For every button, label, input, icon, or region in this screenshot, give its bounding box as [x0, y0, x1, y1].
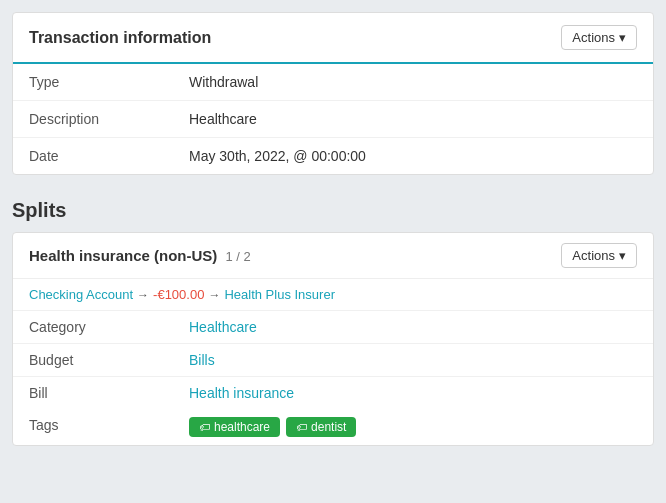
split-info-row: Budget Bills: [13, 344, 653, 377]
split-row-label: Category: [29, 319, 189, 335]
tags-row: Tags 🏷healthcare🏷dentist: [13, 409, 653, 445]
transaction-card-title: Transaction information: [29, 29, 211, 47]
split-info-row: Category Healthcare: [13, 311, 653, 344]
split-counter: 1 / 2: [226, 249, 251, 264]
split-card: Health insurance (non-US) 1 / 2 Actions …: [12, 232, 654, 446]
transaction-row-value: Withdrawal: [189, 74, 258, 90]
chevron-down-icon: ▾: [619, 248, 626, 263]
transaction-row: Date May 30th, 2022, @ 00:00:00: [13, 138, 653, 174]
splits-heading: Splits: [12, 191, 654, 232]
arrow1: →: [137, 288, 149, 302]
split-actions-button[interactable]: Actions ▾: [561, 243, 637, 268]
to-account-link[interactable]: Health Plus Insurer: [224, 287, 335, 302]
split-row-link[interactable]: Healthcare: [189, 319, 257, 335]
tags-label: Tags: [29, 417, 189, 433]
tag-icon: 🏷: [199, 421, 210, 433]
transaction-card: Transaction information Actions ▾ Type W…: [12, 12, 654, 175]
split-info-row: Bill Health insurance: [13, 377, 653, 409]
page-container: Transaction information Actions ▾ Type W…: [0, 0, 666, 458]
transaction-card-body: Type Withdrawal Description Healthcare D…: [13, 64, 653, 174]
transaction-row-label: Date: [29, 148, 189, 164]
split-row-label: Budget: [29, 352, 189, 368]
transaction-row-label: Type: [29, 74, 189, 90]
tag-label: healthcare: [214, 420, 270, 434]
tag-label: dentist: [311, 420, 346, 434]
split-row-link[interactable]: Health insurance: [189, 385, 294, 401]
splits-section: Splits Health insurance (non-US) 1 / 2 A…: [12, 191, 654, 446]
tag[interactable]: 🏷healthcare: [189, 417, 280, 437]
transaction-row-value: Healthcare: [189, 111, 257, 127]
arrow2: →: [208, 288, 220, 302]
transaction-actions-label: Actions: [572, 30, 615, 45]
split-rows-container: Category Healthcare Budget Bills Bill He…: [13, 311, 653, 409]
transaction-card-header: Transaction information Actions ▾: [13, 13, 653, 64]
transaction-actions-button[interactable]: Actions ▾: [561, 25, 637, 50]
split-flow: Checking Account → -€100.00 → Health Plu…: [13, 279, 653, 311]
tag[interactable]: 🏷dentist: [286, 417, 356, 437]
transaction-row: Type Withdrawal: [13, 64, 653, 101]
transaction-row: Description Healthcare: [13, 101, 653, 138]
transaction-row-label: Description: [29, 111, 189, 127]
tags-container: 🏷healthcare🏷dentist: [189, 417, 362, 437]
split-card-header: Health insurance (non-US) 1 / 2 Actions …: [13, 233, 653, 279]
split-card-title: Health insurance (non-US) 1 / 2: [29, 247, 251, 264]
chevron-down-icon: ▾: [619, 30, 626, 45]
from-account-link[interactable]: Checking Account: [29, 287, 133, 302]
transaction-row-value: May 30th, 2022, @ 00:00:00: [189, 148, 366, 164]
tag-icon: 🏷: [296, 421, 307, 433]
amount-value: -€100.00: [153, 287, 204, 302]
split-row-label: Bill: [29, 385, 189, 401]
split-actions-label: Actions: [572, 248, 615, 263]
split-row-link[interactable]: Bills: [189, 352, 215, 368]
